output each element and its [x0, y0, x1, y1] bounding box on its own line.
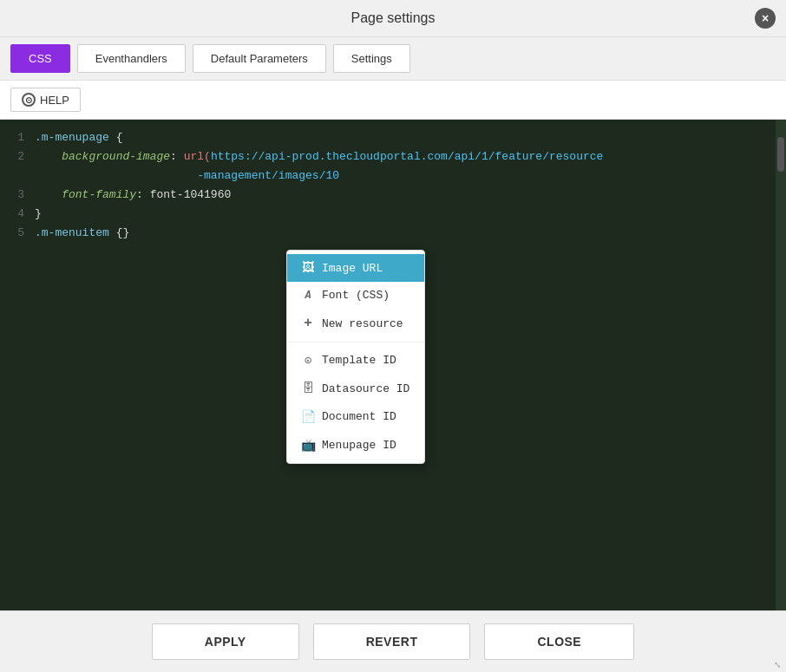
code-line-4: 4 }	[0, 205, 786, 224]
scrollbar-thumb[interactable]	[777, 137, 784, 172]
image-url-icon: 🖼	[301, 261, 315, 275]
tab-css[interactable]: CSS	[10, 44, 70, 73]
help-button[interactable]: ⊙ HELP	[10, 88, 81, 112]
apply-button[interactable]: APPLY	[152, 623, 299, 660]
ctx-item-image-url[interactable]: 🖼 Image URL	[287, 254, 424, 282]
code-line-5: 5 .m-menuitem {}	[0, 224, 786, 243]
ctx-item-document-id[interactable]: 📄 Document ID	[287, 402, 424, 431]
code-editor[interactable]: 1 .m-menupage { 2 background-image: url(…	[0, 120, 786, 610]
revert-button[interactable]: REVERT	[313, 623, 471, 660]
tabs-bar: CSS Eventhandlers Default Parameters Set…	[0, 37, 786, 81]
code-line-2: 2 background-image: url(https://api-prod…	[0, 147, 786, 166]
document-id-icon: 📄	[301, 409, 315, 424]
datasource-id-icon: 🗄	[301, 382, 315, 395]
template-id-icon: ⊙	[301, 353, 315, 368]
ctx-label-image-url: Image URL	[322, 262, 383, 275]
line-content-2b: -management/images/10	[35, 166, 339, 186]
modal-header: Page settings ×	[0, 0, 786, 37]
line-num-5: 5	[0, 224, 35, 243]
font-css-icon: A	[301, 290, 315, 302]
ctx-label-document-id: Document ID	[322, 410, 396, 423]
line-content-1: .m-menupage {	[35, 128, 122, 147]
ctx-divider	[287, 342, 424, 343]
tab-eventhandlers[interactable]: Eventhandlers	[77, 44, 186, 73]
modal-close-button[interactable]: ×	[755, 8, 776, 29]
new-resource-icon: +	[301, 316, 315, 331]
help-label: HELP	[40, 94, 69, 107]
line-num-2b	[0, 166, 35, 186]
resize-handle[interactable]: ⤡	[774, 660, 784, 670]
ctx-item-new-resource[interactable]: + New resource	[287, 309, 424, 338]
code-lines: 1 .m-menupage { 2 background-image: url(…	[0, 120, 786, 251]
close-button[interactable]: CLOSE	[484, 623, 634, 660]
line-content-2: background-image: url(https://api-prod.t…	[35, 147, 603, 166]
line-num-2: 2	[0, 147, 35, 166]
ctx-label-datasource-id: Datasource ID	[322, 382, 409, 395]
modal-title: Page settings	[351, 10, 436, 26]
footer: APPLY REVERT CLOSE	[0, 610, 786, 672]
ctx-label-font-css: Font (CSS)	[322, 289, 390, 302]
line-content-4: }	[35, 205, 42, 224]
page-settings-modal: Page settings × CSS Eventhandlers Defaul…	[0, 0, 786, 672]
line-num-3: 3	[0, 186, 35, 205]
ctx-item-datasource-id[interactable]: 🗄 Datasource ID	[287, 375, 424, 402]
line-num-1: 1	[0, 128, 35, 147]
help-icon: ⊙	[22, 93, 36, 107]
tab-default-parameters[interactable]: Default Parameters	[193, 44, 326, 73]
ctx-item-font-css[interactable]: A Font (CSS)	[287, 282, 424, 309]
context-menu: 🖼 Image URL A Font (CSS) + New resource …	[286, 250, 425, 464]
tab-settings[interactable]: Settings	[333, 44, 410, 73]
code-line-2b: -management/images/10	[0, 166, 786, 186]
ctx-item-menupage-id[interactable]: 📺 Menupage ID	[287, 431, 424, 460]
line-content-5: .m-menuitem {}	[35, 224, 129, 243]
scrollbar-right[interactable]	[776, 120, 786, 610]
ctx-label-new-resource: New resource	[322, 317, 403, 330]
menupage-id-icon: 📺	[301, 438, 315, 453]
line-content-3: font-family: font-1041960	[35, 186, 231, 205]
line-num-4: 4	[0, 205, 35, 224]
ctx-label-template-id: Template ID	[322, 354, 396, 367]
code-line-1: 1 .m-menupage {	[0, 128, 786, 147]
code-line-3: 3 font-family: font-1041960	[0, 186, 786, 205]
ctx-item-template-id[interactable]: ⊙ Template ID	[287, 346, 424, 375]
help-bar: ⊙ HELP	[0, 81, 786, 120]
ctx-label-menupage-id: Menupage ID	[322, 439, 396, 452]
